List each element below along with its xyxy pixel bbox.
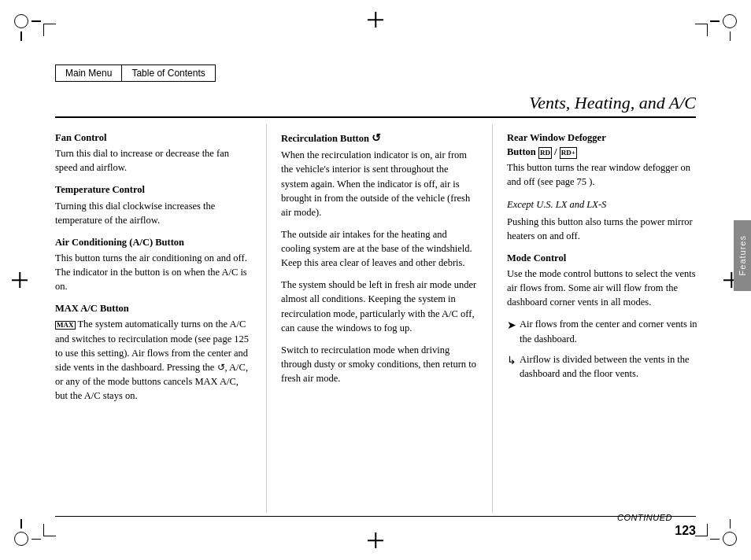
airflow-row-2: ↳ Airflow is divided between the vents i… (507, 352, 704, 381)
crosshair-bottom (368, 532, 383, 548)
max-ac-body: MAX The system automatically turns on th… (55, 317, 252, 403)
fan-control-title: Fan Control (55, 131, 252, 145)
content-area: Fan Control Turn this dial to increase o… (55, 124, 727, 513)
recirculation-body: When the recirculation indicator is on, … (281, 148, 478, 219)
reg-mark-br (713, 522, 737, 546)
nav-bar: Main Menu Table of Contents (55, 64, 216, 82)
except-body: Pushing this button also turns the power… (507, 215, 704, 243)
switch-recirc-body: Switch to recirculation mode when drivin… (281, 343, 478, 385)
title-underline (55, 116, 696, 118)
rear-defogger-body: This button turns the rear window defogg… (507, 160, 704, 189)
mode-control-body: Use the mode control buttons to select t… (507, 267, 704, 309)
recirculation-title: Recirculation Button ↺ (281, 131, 478, 146)
corner-bracket-tr (695, 24, 708, 36)
reg-mark-bl (14, 522, 38, 546)
airflow-1-text: Air flows from the center and corner ven… (520, 317, 704, 345)
page-number: 123 (675, 524, 696, 538)
toc-button[interactable]: Table of Contents (121, 64, 215, 82)
corner-bracket-br (695, 524, 708, 536)
airflow-2-text: Airflow is divided between the vents in … (520, 352, 704, 381)
max-ac-title: MAX A/C Button (55, 301, 252, 315)
recirculation-small-icon: ↺ (217, 361, 225, 374)
page-title: Vents, Heating, and A/C (529, 93, 696, 113)
fresh-air-body: The system should be left in fresh air m… (281, 278, 478, 335)
bottom-line (55, 516, 696, 517)
recirculation-icon: ↺ (372, 132, 381, 144)
features-tab: Features (734, 220, 751, 291)
page-wrapper: Main Menu Table of Contents Vents, Heati… (0, 0, 751, 560)
temperature-control-title: Temperature Control (55, 182, 252, 197)
corner-bracket-bl (43, 524, 56, 536)
outside-air-body: The outside air intakes for the heating … (281, 227, 478, 270)
defog-icon-1: RD (538, 147, 552, 159)
reg-mark-tl (14, 14, 38, 38)
except-note: Except U.S. LX and LX-S (507, 197, 704, 212)
continued-text: CONTINUED (617, 513, 672, 522)
col-3: Rear Window DefoggerButton RD / RD+ This… (493, 124, 727, 513)
corner-bracket-tl (43, 24, 56, 36)
fan-control-body: Turn this dial to increase or decrease t… (55, 146, 252, 175)
temperature-control-body: Turning this dial clockwise increases th… (55, 199, 252, 227)
max-icon: MAX (55, 321, 76, 330)
ac-button-title: Air Conditioning (A/C) Button (55, 235, 252, 249)
col-1: Fan Control Turn this dial to increase o… (55, 124, 267, 513)
defog-icon-2: RD+ (560, 147, 577, 159)
columns: Fan Control Turn this dial to increase o… (55, 124, 727, 513)
crosshair-top (368, 12, 383, 28)
airflow-icon-2: ↳ (507, 353, 516, 369)
main-menu-button[interactable]: Main Menu (55, 64, 121, 82)
crosshair-left (12, 272, 28, 288)
airflow-row-1: ➤ Air flows from the center and corner v… (507, 317, 704, 345)
col-2: Recirculation Button ↺ When the recircul… (267, 124, 493, 513)
features-tab-label: Features (738, 235, 747, 275)
reg-mark-tr (713, 14, 737, 38)
ac-button-body: This button turns the air conditioning o… (55, 251, 252, 293)
airflow-icon-1: ➤ (507, 318, 516, 333)
mode-control-title: Mode Control (507, 251, 704, 265)
rear-defogger-title: Rear Window DefoggerButton RD / RD+ (507, 131, 704, 159)
